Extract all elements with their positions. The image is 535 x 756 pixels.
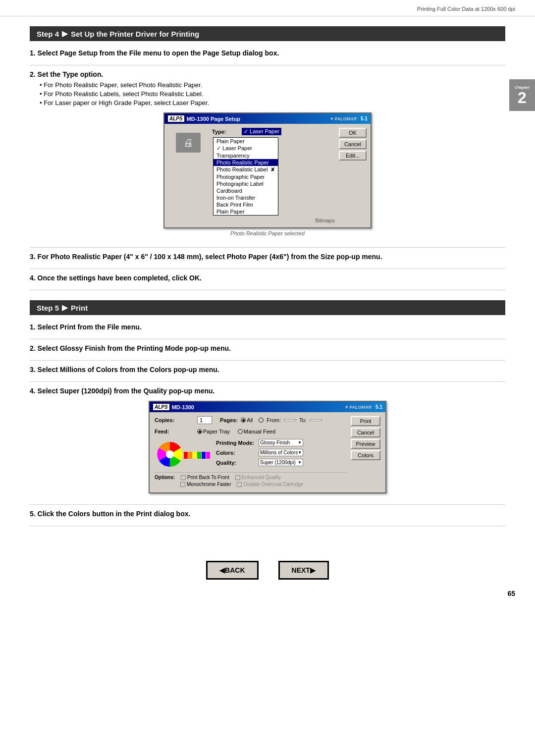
step5-item5-text: Click the Colors button in the Print dia… — [38, 510, 191, 518]
monochrome-label: Monochrome Faster — [187, 482, 231, 487]
enhanced-quality-checkbox: Enhanced Quality — [235, 475, 281, 480]
quality-row: Quality: Super (1200dpi) ▼ — [216, 459, 347, 466]
step5-label: Step 5 — [37, 304, 59, 312]
menu-photo-realistic-paper: Photo Realistic Paper — [214, 159, 278, 166]
svg-point-1 — [166, 450, 174, 458]
chapter-badge: Chapter 2 — [509, 79, 535, 111]
monochrome-checkbox: Monochrome Faster — [180, 482, 231, 487]
page-setup-dialog-container: ALPS MD-1300 Page Setup ✦ PALOMAR 5.1 🖨 — [30, 112, 505, 236]
colors-value: Millions of Colors — [260, 450, 298, 455]
print-button[interactable]: Print — [351, 416, 380, 426]
bitmaps-label: Bitmaps — [315, 217, 335, 223]
print-dialog-version: 5.1 — [375, 404, 382, 410]
cancel-button[interactable]: Cancel — [339, 139, 367, 149]
step5-section: Step 5 ▶ Print 1. Select Print from the … — [30, 300, 505, 526]
quality-dropdown[interactable]: Super (1200dpi) ▼ — [259, 459, 303, 466]
step5-item5: 5. Click the Colors button in the Print … — [30, 510, 505, 526]
options-row1: Options: Print Back To Front Enhanced Qu… — [155, 475, 347, 480]
preview-button[interactable]: Preview — [351, 439, 380, 449]
step5-item4-text: Select Super (1200dpi) from the Quality … — [38, 387, 215, 395]
print-dialog-title: MD-1300 — [172, 404, 194, 410]
ok-button[interactable]: OK — [339, 128, 367, 138]
colors-arrow: ▼ — [298, 450, 302, 455]
step5-arrow: ▶ — [62, 303, 68, 312]
to-value[interactable] — [310, 419, 322, 421]
next-button[interactable]: NEXT▶ — [278, 561, 329, 580]
printing-mode-value: Glossy Finish — [260, 440, 290, 445]
strip-red — [184, 452, 188, 459]
step4-item1: 1. Select Page Setup from the File menu … — [30, 49, 505, 65]
header-title: Printing Full Color Data at 1200x 600 dp… — [417, 6, 515, 12]
from-value[interactable] — [284, 419, 296, 421]
edit-button[interactable]: Edit... — [339, 151, 367, 161]
back-button[interactable]: ◀BACK — [206, 561, 258, 580]
colors-row: Colors: Millions of Colors ▼ — [216, 449, 347, 456]
type-selected: ✓ Laser Paper — [242, 128, 281, 135]
step5-item4: 4. Select Super (1200dpi) from the Quali… — [30, 387, 505, 505]
strip-yellow — [193, 452, 197, 459]
bullet-2: For Photo Realistic Labels, select Photo… — [40, 90, 505, 98]
step5-item3: 3. Select Millions of Colors from the Co… — [30, 366, 505, 382]
to-label: To: — [299, 417, 307, 423]
color-wheel-icon — [157, 441, 184, 468]
copies-label: Copies: — [155, 417, 194, 423]
step4-title: Set Up the Printer Driver for Printing — [71, 30, 199, 38]
print-dialog: ALPS MD-1300 ✦ PALOMAR 5.1 — [149, 401, 386, 493]
step5-item5-num: 5. — [30, 510, 36, 518]
step4-item3-text: For Photo Realistic Paper (4" x 6" / 100… — [38, 253, 382, 261]
step4-item2-num: 2. — [30, 70, 36, 78]
manual-feed-radio[interactable] — [238, 429, 243, 434]
all-radio[interactable] — [241, 418, 246, 423]
colors-dropdown[interactable]: Millions of Colors ▼ — [259, 449, 303, 456]
manual-feed-label: Manual Feed — [244, 429, 275, 434]
step4-item2-text: Set the Type option. — [38, 70, 104, 78]
step5-header: Step 5 ▶ Print — [30, 300, 505, 315]
copies-value[interactable]: 1 — [197, 416, 212, 424]
quality-label: Quality: — [216, 460, 256, 466]
paper-tray-label: Paper Tray — [203, 429, 230, 434]
printing-mode-dropdown[interactable]: Glossy Finish ▼ — [259, 439, 303, 446]
step5-item1-num: 1. — [30, 323, 36, 331]
dialog-body: 🖨 Type: ✓ Laser Paper Plain Pap — [164, 124, 371, 227]
page-number: 65 — [507, 590, 515, 597]
paper-tray-radio[interactable] — [197, 429, 202, 434]
page-header: Printing Full Color Data at 1200x 600 dp… — [0, 0, 535, 16]
step5-title: Print — [71, 304, 88, 312]
print-back-checkbox: Print Back To Front — [181, 475, 229, 480]
palomar-logo-print: ✦ PALOMAR — [344, 405, 372, 410]
menu-laser-paper: Laser Paper — [214, 145, 278, 152]
step4-item2: 2. Set the Type option. For Photo Realis… — [30, 70, 505, 248]
menu-photographic-label: Photographic Label — [214, 180, 278, 187]
colors-label: Colors: — [216, 450, 256, 456]
step4-label: Step 4 — [37, 30, 59, 38]
colors-button[interactable]: Colors — [351, 450, 380, 460]
menu-back-print: Back Print Film — [214, 201, 278, 208]
dialog-caption: Photo Realistic Paper selected — [230, 230, 305, 236]
print-dialog-container: ALPS MD-1300 ✦ PALOMAR 5.1 — [30, 401, 505, 493]
footer-area: ◀BACK NEXT▶ 65 — [0, 561, 535, 609]
feed-label: Feed: — [155, 429, 194, 434]
menu-photographic-paper: Photographic Paper — [214, 173, 278, 180]
step4-section: Step 4 ▶ Set Up the Printer Driver for P… — [30, 26, 505, 290]
menu-plain-paper: Plain Paper — [214, 138, 278, 145]
quality-arrow: ▼ — [298, 460, 302, 465]
step4-item1-num: 1. — [30, 49, 36, 57]
alps-logo-print: ALPS — [153, 403, 170, 411]
from-radio[interactable] — [259, 418, 264, 423]
quality-value: Super (1200dpi) — [260, 460, 296, 465]
step4-item4-text: Once the settings have been completed, c… — [38, 274, 202, 282]
menu-transparency: Transparency — [214, 152, 278, 159]
options-label: Options: — [155, 475, 175, 480]
step5-item3-num: 3. — [30, 366, 36, 374]
printing-mode-label: Printing Mode: — [216, 440, 256, 446]
footer-nav: ◀BACK NEXT▶ — [0, 561, 535, 580]
step5-item2-num: 2. — [30, 344, 36, 352]
printer-icon: 🖨 — [176, 133, 201, 153]
step4-item1-text: Select Page Setup from the File menu to … — [38, 49, 279, 57]
menu-photo-realistic-label: Photo Realistic Label ✘ — [214, 166, 278, 173]
copies-row: Copies: 1 Pages: All From: — [155, 416, 347, 424]
print-cancel-button[interactable]: Cancel — [351, 428, 380, 437]
dialog-fields: Type: ✓ Laser Paper Plain Paper Laser Pa… — [212, 128, 335, 223]
print-back-label: Print Back To Front — [187, 475, 229, 480]
all-label: All — [247, 417, 253, 423]
